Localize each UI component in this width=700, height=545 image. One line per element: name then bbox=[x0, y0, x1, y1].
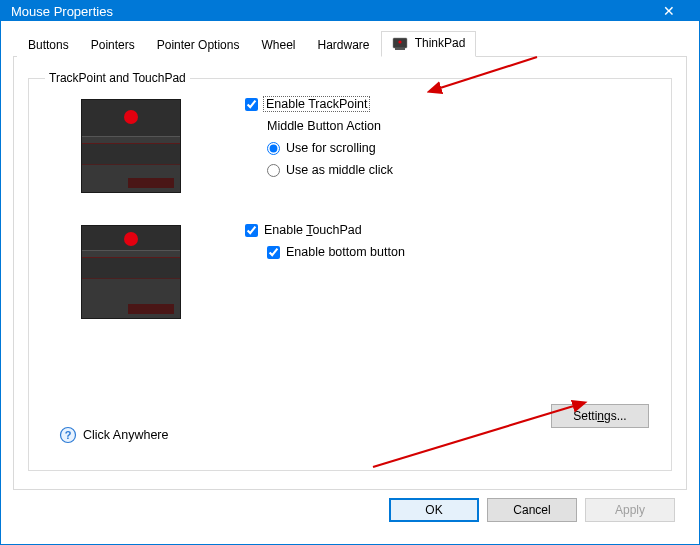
middle-button-action-label: Middle Button Action bbox=[267, 119, 381, 133]
enable-trackpoint-label: Enable TrackPoint bbox=[264, 97, 369, 111]
use-as-middle-click-radio[interactable] bbox=[267, 164, 280, 177]
settings-button[interactable]: Settings... bbox=[551, 404, 649, 428]
client-area: Buttons Pointers Pointer Options Wheel H… bbox=[1, 21, 699, 544]
use-as-middle-click-label: Use as middle click bbox=[286, 163, 393, 177]
groupbox-title: TrackPoint and TouchPad bbox=[45, 71, 190, 85]
trackpoint-touchpad-group: TrackPoint and TouchPad Enable TrackPoin… bbox=[28, 71, 672, 471]
trackpoint-preview bbox=[81, 99, 181, 193]
click-anywhere-link[interactable]: ? Click Anywhere bbox=[59, 426, 168, 444]
touchpad-nub-icon bbox=[124, 232, 138, 246]
trackpoint-controls: Enable TrackPoint Middle Button Action U… bbox=[245, 97, 393, 185]
trackpoint-section: Enable TrackPoint Middle Button Action U… bbox=[45, 95, 655, 193]
thinkpad-icon bbox=[392, 37, 408, 51]
dialog-buttons: OK Cancel Apply bbox=[13, 490, 687, 534]
touchpad-section: Enable TouchPad Enable bottom button bbox=[45, 221, 655, 319]
ok-button[interactable]: OK bbox=[389, 498, 479, 522]
svg-text:?: ? bbox=[65, 429, 72, 441]
tab-pointer-options[interactable]: Pointer Options bbox=[146, 33, 251, 57]
enable-bottom-button-label: Enable bottom button bbox=[286, 245, 405, 259]
svg-rect-2 bbox=[395, 48, 405, 50]
tab-pointers[interactable]: Pointers bbox=[80, 33, 146, 57]
enable-trackpoint-checkbox[interactable] bbox=[245, 98, 258, 111]
trackpoint-nub-icon bbox=[124, 110, 138, 124]
svg-point-1 bbox=[398, 40, 401, 43]
annotation-arrow-1 bbox=[427, 51, 547, 101]
tab-strip: Buttons Pointers Pointer Options Wheel H… bbox=[13, 31, 687, 57]
apply-button[interactable]: Apply bbox=[585, 498, 675, 522]
tab-panel-thinkpad: TrackPoint and TouchPad Enable TrackPoin… bbox=[13, 57, 687, 490]
help-icon: ? bbox=[59, 426, 77, 444]
use-for-scrolling-radio[interactable] bbox=[267, 142, 280, 155]
mouse-properties-window: Mouse Properties ✕ Buttons Pointers Poin… bbox=[0, 0, 700, 545]
use-for-scrolling-label: Use for scrolling bbox=[286, 141, 376, 155]
titlebar: Mouse Properties ✕ bbox=[1, 1, 699, 21]
touchpad-preview bbox=[81, 225, 181, 319]
tab-hardware[interactable]: Hardware bbox=[306, 33, 380, 57]
close-icon[interactable]: ✕ bbox=[649, 3, 689, 19]
tab-wheel[interactable]: Wheel bbox=[250, 33, 306, 57]
cancel-button[interactable]: Cancel bbox=[487, 498, 577, 522]
enable-touchpad-checkbox[interactable] bbox=[245, 224, 258, 237]
tab-thinkpad[interactable]: ThinkPad bbox=[381, 31, 477, 57]
svg-line-5 bbox=[437, 57, 537, 89]
touchpad-controls: Enable TouchPad Enable bottom button bbox=[245, 223, 405, 267]
enable-touchpad-label: Enable TouchPad bbox=[264, 223, 362, 237]
window-title: Mouse Properties bbox=[11, 4, 649, 19]
enable-bottom-button-checkbox[interactable] bbox=[267, 246, 280, 259]
tab-buttons[interactable]: Buttons bbox=[17, 33, 80, 57]
svg-line-6 bbox=[373, 405, 577, 467]
